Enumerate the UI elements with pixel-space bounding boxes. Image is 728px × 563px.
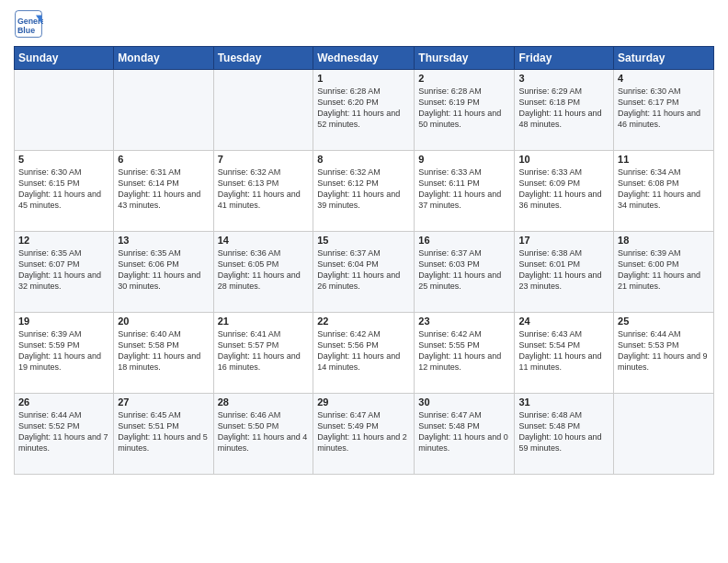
weekday-header: Monday bbox=[114, 47, 213, 70]
day-info: Sunrise: 6:30 AM Sunset: 6:15 PM Dayligh… bbox=[18, 167, 109, 212]
calendar-cell bbox=[15, 70, 114, 151]
calendar-cell: 9Sunrise: 6:33 AM Sunset: 6:11 PM Daylig… bbox=[415, 151, 515, 232]
header-row: SundayMondayTuesdayWednesdayThursdayFrid… bbox=[15, 47, 714, 70]
logo: General Blue bbox=[14, 9, 45, 39]
day-info: Sunrise: 6:38 AM Sunset: 6:01 PM Dayligh… bbox=[518, 247, 609, 293]
weekday-header: Tuesday bbox=[213, 47, 313, 70]
calendar-cell: 15Sunrise: 6:37 AM Sunset: 6:04 PM Dayli… bbox=[313, 232, 415, 313]
day-info: Sunrise: 6:41 AM Sunset: 5:57 PM Dayligh… bbox=[218, 328, 310, 373]
day-number: 3 bbox=[518, 73, 609, 84]
day-number: 15 bbox=[317, 235, 410, 246]
weekday-header: Sunday bbox=[15, 47, 114, 70]
day-number: 31 bbox=[518, 396, 609, 408]
calendar-week-row: 26Sunrise: 6:44 AM Sunset: 5:52 PM Dayli… bbox=[15, 394, 714, 475]
logo-icon: General Blue bbox=[14, 9, 43, 39]
day-number: 13 bbox=[118, 235, 209, 246]
day-info: Sunrise: 6:42 AM Sunset: 5:56 PM Dayligh… bbox=[317, 328, 410, 373]
calendar-cell: 3Sunrise: 6:29 AM Sunset: 6:18 PM Daylig… bbox=[515, 70, 614, 151]
day-number: 11 bbox=[618, 154, 710, 165]
calendar-cell: 17Sunrise: 6:38 AM Sunset: 6:01 PM Dayli… bbox=[515, 232, 614, 313]
calendar-cell bbox=[213, 70, 313, 151]
day-info: Sunrise: 6:33 AM Sunset: 6:11 PM Dayligh… bbox=[418, 167, 510, 212]
calendar-cell: 1Sunrise: 6:28 AM Sunset: 6:20 PM Daylig… bbox=[313, 70, 415, 151]
calendar-cell: 6Sunrise: 6:31 AM Sunset: 6:14 PM Daylig… bbox=[114, 151, 213, 232]
day-info: Sunrise: 6:43 AM Sunset: 5:54 PM Dayligh… bbox=[518, 328, 609, 373]
calendar-cell: 28Sunrise: 6:46 AM Sunset: 5:50 PM Dayli… bbox=[213, 394, 313, 475]
day-info: Sunrise: 6:32 AM Sunset: 6:13 PM Dayligh… bbox=[218, 167, 310, 212]
day-number: 4 bbox=[618, 73, 710, 84]
day-number: 18 bbox=[618, 235, 710, 246]
calendar-cell bbox=[614, 394, 714, 475]
day-info: Sunrise: 6:32 AM Sunset: 6:12 PM Dayligh… bbox=[317, 167, 410, 212]
calendar-week-row: 1Sunrise: 6:28 AM Sunset: 6:20 PM Daylig… bbox=[15, 70, 714, 151]
calendar-header: SundayMondayTuesdayWednesdayThursdayFrid… bbox=[15, 47, 714, 70]
day-info: Sunrise: 6:35 AM Sunset: 6:07 PM Dayligh… bbox=[18, 247, 109, 293]
day-number: 27 bbox=[118, 396, 209, 408]
day-number: 12 bbox=[18, 235, 109, 246]
calendar-cell: 11Sunrise: 6:34 AM Sunset: 6:08 PM Dayli… bbox=[614, 151, 714, 232]
calendar-cell: 12Sunrise: 6:35 AM Sunset: 6:07 PM Dayli… bbox=[15, 232, 114, 313]
day-number: 22 bbox=[317, 316, 410, 327]
day-number: 8 bbox=[317, 154, 410, 165]
calendar-cell: 21Sunrise: 6:41 AM Sunset: 5:57 PM Dayli… bbox=[213, 313, 313, 394]
day-info: Sunrise: 6:48 AM Sunset: 5:48 PM Dayligh… bbox=[518, 409, 609, 454]
day-number: 17 bbox=[518, 235, 609, 246]
calendar-week-row: 12Sunrise: 6:35 AM Sunset: 6:07 PM Dayli… bbox=[15, 232, 714, 313]
day-info: Sunrise: 6:37 AM Sunset: 6:03 PM Dayligh… bbox=[418, 247, 510, 293]
day-info: Sunrise: 6:42 AM Sunset: 5:55 PM Dayligh… bbox=[418, 328, 510, 373]
calendar-body: 1Sunrise: 6:28 AM Sunset: 6:20 PM Daylig… bbox=[15, 70, 714, 475]
calendar-cell: 26Sunrise: 6:44 AM Sunset: 5:52 PM Dayli… bbox=[15, 394, 114, 475]
day-info: Sunrise: 6:39 AM Sunset: 5:59 PM Dayligh… bbox=[18, 328, 109, 373]
calendar-cell: 31Sunrise: 6:48 AM Sunset: 5:48 PM Dayli… bbox=[515, 394, 614, 475]
day-info: Sunrise: 6:40 AM Sunset: 5:58 PM Dayligh… bbox=[118, 328, 209, 373]
day-number: 21 bbox=[218, 316, 310, 327]
svg-text:Blue: Blue bbox=[17, 26, 35, 35]
calendar-cell: 23Sunrise: 6:42 AM Sunset: 5:55 PM Dayli… bbox=[415, 313, 515, 394]
day-info: Sunrise: 6:44 AM Sunset: 5:53 PM Dayligh… bbox=[618, 328, 710, 373]
day-number: 2 bbox=[418, 73, 510, 84]
calendar-cell: 4Sunrise: 6:30 AM Sunset: 6:17 PM Daylig… bbox=[614, 70, 714, 151]
calendar-cell: 13Sunrise: 6:35 AM Sunset: 6:06 PM Dayli… bbox=[114, 232, 213, 313]
day-number: 23 bbox=[418, 316, 510, 327]
weekday-header: Saturday bbox=[614, 47, 714, 70]
day-info: Sunrise: 6:37 AM Sunset: 6:04 PM Dayligh… bbox=[317, 247, 410, 293]
day-number: 6 bbox=[118, 154, 209, 165]
day-number: 14 bbox=[218, 235, 310, 246]
day-number: 20 bbox=[118, 316, 209, 327]
weekday-header: Friday bbox=[515, 47, 614, 70]
day-info: Sunrise: 6:28 AM Sunset: 6:19 PM Dayligh… bbox=[418, 86, 510, 131]
page-container: General Blue SundayMondayTuesdayWednesda… bbox=[0, 0, 728, 484]
calendar-cell: 14Sunrise: 6:36 AM Sunset: 6:05 PM Dayli… bbox=[213, 232, 313, 313]
calendar-week-row: 5Sunrise: 6:30 AM Sunset: 6:15 PM Daylig… bbox=[15, 151, 714, 232]
calendar-cell: 2Sunrise: 6:28 AM Sunset: 6:19 PM Daylig… bbox=[415, 70, 515, 151]
calendar-table: SundayMondayTuesdayWednesdayThursdayFrid… bbox=[14, 46, 714, 475]
day-info: Sunrise: 6:35 AM Sunset: 6:06 PM Dayligh… bbox=[118, 247, 209, 293]
day-number: 16 bbox=[418, 235, 510, 246]
day-info: Sunrise: 6:39 AM Sunset: 6:00 PM Dayligh… bbox=[618, 247, 710, 293]
calendar-cell: 27Sunrise: 6:45 AM Sunset: 5:51 PM Dayli… bbox=[114, 394, 213, 475]
weekday-header: Thursday bbox=[415, 47, 515, 70]
day-number: 30 bbox=[418, 396, 510, 408]
day-info: Sunrise: 6:47 AM Sunset: 5:49 PM Dayligh… bbox=[317, 409, 410, 454]
day-number: 29 bbox=[317, 396, 410, 408]
day-number: 5 bbox=[18, 154, 109, 165]
calendar-cell: 25Sunrise: 6:44 AM Sunset: 5:53 PM Dayli… bbox=[614, 313, 714, 394]
day-info: Sunrise: 6:28 AM Sunset: 6:20 PM Dayligh… bbox=[317, 86, 410, 131]
calendar-cell: 30Sunrise: 6:47 AM Sunset: 5:48 PM Dayli… bbox=[415, 394, 515, 475]
day-info: Sunrise: 6:30 AM Sunset: 6:17 PM Dayligh… bbox=[618, 86, 710, 131]
calendar-cell bbox=[114, 70, 213, 151]
day-info: Sunrise: 6:46 AM Sunset: 5:50 PM Dayligh… bbox=[218, 409, 310, 454]
day-info: Sunrise: 6:44 AM Sunset: 5:52 PM Dayligh… bbox=[18, 409, 109, 454]
header: General Blue bbox=[14, 9, 714, 39]
calendar-cell: 20Sunrise: 6:40 AM Sunset: 5:58 PM Dayli… bbox=[114, 313, 213, 394]
calendar-cell: 5Sunrise: 6:30 AM Sunset: 6:15 PM Daylig… bbox=[15, 151, 114, 232]
calendar-cell: 10Sunrise: 6:33 AM Sunset: 6:09 PM Dayli… bbox=[515, 151, 614, 232]
day-number: 24 bbox=[518, 316, 609, 327]
day-number: 19 bbox=[18, 316, 109, 327]
calendar-cell: 8Sunrise: 6:32 AM Sunset: 6:12 PM Daylig… bbox=[313, 151, 415, 232]
calendar-cell: 19Sunrise: 6:39 AM Sunset: 5:59 PM Dayli… bbox=[15, 313, 114, 394]
day-info: Sunrise: 6:33 AM Sunset: 6:09 PM Dayligh… bbox=[518, 167, 609, 212]
calendar-cell: 18Sunrise: 6:39 AM Sunset: 6:00 PM Dayli… bbox=[614, 232, 714, 313]
day-info: Sunrise: 6:34 AM Sunset: 6:08 PM Dayligh… bbox=[618, 167, 710, 212]
day-info: Sunrise: 6:36 AM Sunset: 6:05 PM Dayligh… bbox=[218, 247, 310, 293]
